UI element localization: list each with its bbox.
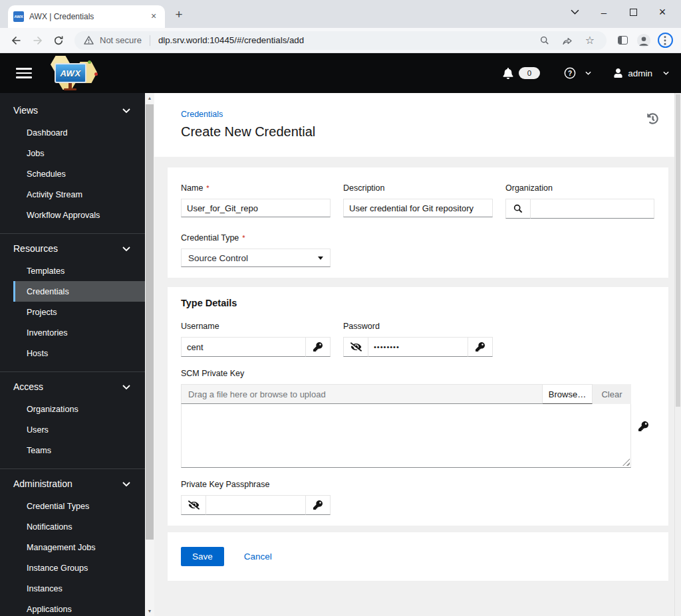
breadcrumb[interactable]: Credentials: [181, 110, 223, 119]
address-bar[interactable]: Not secure dlp.srv.world:10445/#/credent…: [74, 31, 607, 50]
update-ring: [658, 33, 673, 48]
sidebar-item-inventories[interactable]: Inventories: [13, 322, 145, 343]
sidebar-item-credential-types[interactable]: Credential Types: [13, 496, 145, 516]
bookmark-star-icon[interactable]: ☆: [581, 32, 599, 49]
nav-toggle-hamburger-icon[interactable]: [16, 68, 32, 78]
profile-avatar[interactable]: [633, 30, 654, 51]
tab-search-chevron-icon[interactable]: [560, 2, 589, 22]
window-close-button[interactable]: ×: [648, 2, 677, 22]
sidebar-item-hosts[interactable]: Hosts: [13, 343, 145, 363]
sidebar-item-templates[interactable]: Templates: [13, 260, 145, 281]
organization-label: Organization: [505, 183, 553, 193]
sidebar-group-resources-header[interactable]: Resources: [0, 234, 145, 260]
sidebar-item-jobs[interactable]: Jobs: [13, 143, 145, 163]
user-icon[interactable]: [614, 68, 622, 78]
share-icon[interactable]: [559, 32, 576, 49]
activity-history-button[interactable]: [647, 113, 658, 126]
sidebar-group-views-header[interactable]: Views: [0, 96, 145, 122]
username-input[interactable]: [181, 337, 306, 357]
tab-close-icon[interactable]: ×: [148, 11, 160, 23]
organization-input[interactable]: [530, 199, 654, 219]
page-title: Create New Credential: [181, 124, 674, 140]
side-panel-button[interactable]: [612, 30, 633, 51]
key-icon: [313, 500, 323, 510]
description-field-group: Description: [343, 183, 493, 219]
sidebar-item-projects[interactable]: Projects: [13, 302, 145, 322]
sidebar-item-schedules[interactable]: Schedules: [13, 163, 145, 184]
browser-menu-button[interactable]: [654, 30, 676, 51]
cancel-button[interactable]: Cancel: [244, 552, 272, 562]
password-prompt-on-launch-button[interactable]: [468, 337, 493, 357]
sidebar-nav: Views Dashboard Jobs Schedules Activity …: [0, 93, 145, 616]
sidebar-item-teams[interactable]: Teams: [13, 440, 145, 461]
organization-search-button[interactable]: [505, 199, 531, 219]
scroll-up-icon[interactable]: ▲: [145, 96, 154, 100]
notification-count-badge[interactable]: 0: [519, 67, 540, 79]
sidebar-group-administration-header[interactable]: Administration: [0, 469, 145, 496]
password-input[interactable]: [368, 337, 468, 357]
sidebar-item-applications[interactable]: Applications: [13, 599, 145, 616]
password-show-hide-button[interactable]: [343, 337, 368, 357]
description-input[interactable]: [343, 199, 493, 217]
window-minimize-button[interactable]: –: [589, 2, 618, 22]
window-maximize-button[interactable]: [618, 2, 648, 22]
sidebar-item-organizations[interactable]: Organizations: [13, 399, 145, 419]
organization-field-group: Organization: [505, 183, 654, 219]
not-secure-warning-icon[interactable]: [82, 32, 94, 49]
sidebar-item-users[interactable]: Users: [13, 419, 145, 440]
scroll-down-icon[interactable]: ▼: [145, 609, 154, 613]
browse-button[interactable]: Browse…: [542, 384, 593, 404]
type-details-heading: Type Details: [181, 298, 655, 308]
section-gap: [168, 278, 668, 287]
key-icon: [313, 342, 323, 352]
save-button[interactable]: Save: [181, 547, 224, 566]
sidebar-item-credentials[interactable]: Credentials: [13, 281, 145, 302]
credential-type-select[interactable]: Source Control: [181, 249, 331, 267]
main-scrollbar[interactable]: [674, 93, 681, 616]
sidebar-scrollbar-thumb[interactable]: [146, 104, 154, 540]
awx-monitor-logo: AWX: [55, 63, 86, 83]
scm-key-prompt-on-launch-button[interactable]: [631, 384, 655, 468]
name-input[interactable]: [181, 199, 331, 217]
notifications-bell-button[interactable]: [503, 68, 513, 79]
sidebar-item-notifications[interactable]: Notifications: [13, 516, 145, 537]
monitor-stand: [68, 83, 72, 88]
browser-tab[interactable]: AWX AWX | Credentials ×: [8, 5, 165, 28]
new-tab-button[interactable]: +: [170, 6, 188, 23]
passphrase-input[interactable]: [205, 495, 306, 515]
passphrase-prompt-on-launch-button[interactable]: [305, 495, 331, 515]
url-text[interactable]: dlp.srv.world:10445/#/credentials/add: [158, 35, 531, 45]
side-panel-icon: [618, 36, 628, 45]
username-label[interactable]: admin: [628, 68, 652, 78]
help-button[interactable]: ?: [564, 67, 576, 79]
reload-button[interactable]: [48, 30, 69, 51]
name-field-group: Name*: [181, 183, 331, 219]
sidebar-item-activity-stream[interactable]: Activity Stream: [13, 184, 145, 205]
credential-form-card: Name* Description Organization: [168, 167, 668, 581]
passphrase-field-group: Private Key Passphrase: [181, 480, 331, 515]
history-icon: [647, 113, 658, 124]
forward-button[interactable]: [27, 30, 48, 51]
back-button[interactable]: [5, 30, 27, 51]
scm-private-key-field-group: SCM Private Key Browse… Clear: [181, 369, 655, 468]
zoom-icon[interactable]: [536, 32, 553, 49]
scm-private-key-textarea[interactable]: [181, 404, 631, 468]
awx-logo[interactable]: AWX: [47, 55, 100, 91]
form-section-type-details: Type Details Username: [168, 287, 668, 526]
passphrase-show-hide-button[interactable]: [181, 495, 206, 515]
sidebar-group-access-header[interactable]: Access: [0, 372, 145, 399]
file-upload-input[interactable]: [181, 384, 543, 404]
chevron-down-icon: [122, 108, 130, 113]
help-caret-icon[interactable]: [585, 71, 591, 75]
clear-button[interactable]: Clear: [593, 384, 631, 404]
username-prompt-on-launch-button[interactable]: [305, 337, 331, 357]
sidebar-item-management-jobs[interactable]: Management Jobs: [13, 537, 145, 558]
sidebar-item-workflow-approvals[interactable]: Workflow Approvals: [13, 205, 145, 225]
main-scrollbar-thumb[interactable]: [676, 94, 680, 407]
password-label: Password: [343, 322, 380, 331]
sidebar-item-dashboard[interactable]: Dashboard: [13, 122, 145, 143]
user-menu-caret-icon[interactable]: [663, 71, 669, 75]
sidebar-scrollbar[interactable]: ▲ ▼: [145, 93, 154, 616]
sidebar-item-instance-groups[interactable]: Instance Groups: [13, 558, 145, 578]
sidebar-item-instances[interactable]: Instances: [13, 578, 145, 599]
